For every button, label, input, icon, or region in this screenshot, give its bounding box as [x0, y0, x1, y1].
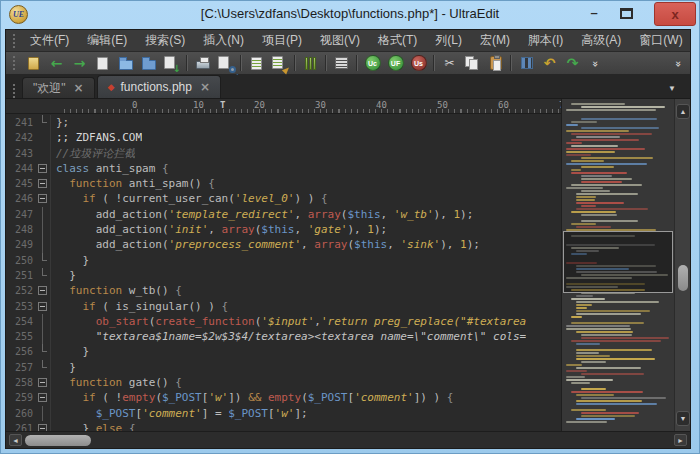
code-line[interactable]: 247 add_action('template_redirect', arra… — [6, 207, 561, 222]
tab-welcome[interactable]: "欢迎"× — [22, 77, 95, 98]
horizontal-scroll-thumb[interactable] — [25, 435, 91, 446]
fold-marker-open[interactable] — [36, 299, 51, 314]
tab-functions-php[interactable]: ◆functions.php× — [97, 75, 221, 98]
menu-item-3[interactable]: 插入(N) — [194, 30, 253, 51]
minimap-line — [571, 391, 643, 393]
code-line[interactable]: 257 } — [6, 360, 561, 375]
panel-overflow-chevron-icon[interactable]: » — [667, 53, 690, 73]
code-line[interactable]: 246 if ( !current_user_can('level_0') ) … — [6, 191, 561, 206]
minimap-viewport[interactable] — [563, 231, 673, 293]
scroll-right-icon[interactable]: ► — [674, 434, 687, 446]
code-line[interactable]: 258 function gate() { — [6, 375, 561, 390]
code-line[interactable]: 250 } — [6, 253, 561, 268]
fold-marker-open[interactable] — [36, 161, 51, 176]
minimap-scroll-thumb[interactable] — [678, 265, 688, 291]
minimap-line — [581, 190, 610, 192]
compare-columns-icon[interactable] — [515, 53, 538, 73]
column-mode-icon[interactable] — [299, 53, 322, 73]
paste-clipboard-icon[interactable] — [484, 53, 507, 73]
scroll-down-icon[interactable]: ▼ — [676, 411, 690, 426]
minimap[interactable]: ▲ ▼ — [561, 99, 690, 431]
code-line[interactable]: 245 function anti_spam() { — [6, 176, 561, 191]
minimap-line — [566, 421, 608, 423]
fold-marker-open[interactable] — [36, 283, 51, 298]
minimize-button[interactable]: – — [583, 3, 605, 25]
minimap-line — [566, 319, 670, 321]
code-line[interactable]: 253 if ( is_singular() ) { — [6, 299, 561, 314]
save-file-icon[interactable]: ↓ — [160, 53, 183, 73]
redo-arrow-icon[interactable]: ↷ — [561, 53, 584, 73]
code-line[interactable]: 251 } — [6, 268, 561, 283]
code-line[interactable]: 259 if ( !empty($_POST['w']) && empty($_… — [6, 390, 561, 405]
code-line[interactable]: 254 ob_start(create_function('$input','r… — [6, 314, 561, 329]
copy-icon[interactable] — [461, 53, 484, 73]
code-editor[interactable]: 241};242;; ZDFANS.COM243//垃圾评论拦截244class… — [6, 114, 561, 431]
find-in-files-icon[interactable] — [245, 53, 268, 73]
badge-ultrasentry-icon[interactable]: Us — [407, 53, 430, 73]
scroll-up-icon[interactable]: ▲ — [676, 104, 690, 119]
horizontal-scrollbar[interactable]: ◄ ► — [6, 431, 690, 448]
minimap-scrollbar[interactable]: ▲ ▼ — [674, 99, 690, 431]
code-line[interactable]: 255 "textarea$1name=$2w$3$4/textarea><te… — [6, 329, 561, 344]
line-number: 253 — [6, 299, 36, 314]
code-line[interactable]: 248 add_action('init', array($this, 'gat… — [6, 222, 561, 237]
undo-arrow-icon[interactable]: ↶ — [538, 53, 561, 73]
menu-item-9[interactable]: 脚本(I) — [519, 30, 572, 51]
print-preview-icon[interactable] — [214, 53, 237, 73]
minimap-line — [576, 394, 615, 396]
code-line[interactable]: 249 add_action('preprocess_comment', arr… — [6, 237, 561, 252]
menu-item-8[interactable]: 宏(M) — [471, 30, 519, 51]
scroll-left-icon[interactable]: ◄ — [9, 434, 22, 446]
menu-item-11[interactable]: 窗口(W) — [630, 30, 691, 51]
close-button[interactable]: x — [654, 2, 696, 26]
cut-scissors-icon[interactable]: ✂ — [438, 53, 461, 73]
menu-item-5[interactable]: 视图(V) — [311, 30, 369, 51]
welcome-scroll-icon[interactable] — [22, 53, 45, 73]
fold-marker-open[interactable] — [36, 191, 51, 206]
fold-marker-open[interactable] — [36, 176, 51, 191]
replace-in-files-icon[interactable] — [268, 53, 291, 73]
maximize-button[interactable] — [620, 8, 633, 19]
code-text: class anti_spam { — [51, 161, 169, 176]
code-line[interactable]: 252 function w_tb() { — [6, 283, 561, 298]
menu-item-4[interactable]: 项目(P) — [253, 30, 311, 51]
new-file-icon[interactable] — [91, 53, 114, 73]
line-number: 261 — [6, 421, 36, 431]
toolbar-overflow-chevron-icon[interactable]: » — [584, 53, 607, 73]
fold-marker-open[interactable] — [36, 421, 51, 431]
tabbar-grip[interactable] — [13, 84, 16, 98]
code-line[interactable]: 256 } — [6, 344, 561, 359]
badge-ultrafinder-icon[interactable]: UF — [384, 53, 407, 73]
word-wrap-list-icon[interactable] — [330, 53, 353, 73]
tab-close-icon[interactable]: × — [200, 80, 210, 94]
menu-item-0[interactable]: 文件(F) — [21, 30, 78, 51]
minimap-line — [571, 382, 590, 384]
menu-item-10[interactable]: 高级(A) — [572, 30, 630, 51]
nav-back-arrow-icon[interactable]: ← — [45, 53, 68, 73]
tab-list-dropdown-icon[interactable]: ▼ — [668, 84, 676, 93]
minimap-line — [581, 175, 612, 177]
toolbar-grip[interactable] — [13, 56, 16, 70]
tab-close-icon[interactable]: × — [74, 81, 84, 95]
code-line[interactable]: 244class anti_spam { — [6, 161, 561, 176]
menubar-grip[interactable] — [13, 34, 15, 48]
ftp-folder-icon[interactable] — [137, 53, 160, 73]
menu-item-1[interactable]: 编辑(E) — [78, 30, 136, 51]
nav-forward-arrow-icon[interactable]: → — [68, 53, 91, 73]
code-line[interactable]: 241}; — [6, 115, 561, 130]
menu-item-6[interactable]: 格式(T) — [369, 30, 426, 51]
menu-item-7[interactable]: 列(L) — [426, 30, 471, 51]
code-line[interactable]: 243//垃圾评论拦截 — [6, 146, 561, 161]
code-line[interactable]: 260 $_POST['comment'] = $_POST['w']; — [6, 406, 561, 421]
code-line[interactable]: 242;; ZDFANS.COM — [6, 130, 561, 145]
print-icon[interactable] — [191, 53, 214, 73]
line-number: 245 — [6, 176, 36, 191]
open-folder-icon[interactable] — [114, 53, 137, 73]
minimap-line — [571, 160, 604, 162]
fold-marker-open[interactable] — [36, 375, 51, 390]
fold-marker-open[interactable] — [36, 390, 51, 405]
badge-ultracompare-icon[interactable]: Uc — [361, 53, 384, 73]
code-line[interactable]: 261 } else { — [6, 421, 561, 431]
menu-item-2[interactable]: 搜索(S) — [136, 30, 194, 51]
ruler-mark: 10 — [193, 100, 204, 110]
